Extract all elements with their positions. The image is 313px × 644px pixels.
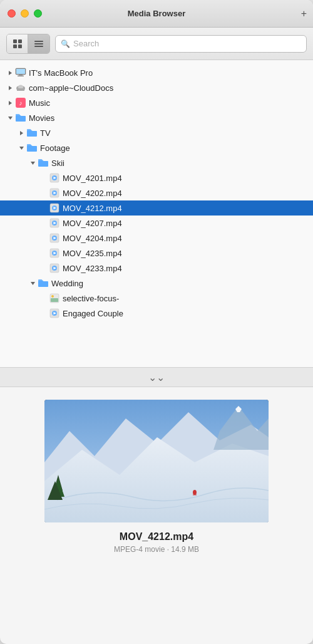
tree-item-mov4202[interactable]: MOV_4202.mp4 — [0, 185, 313, 200]
svg-point-58 — [193, 490, 197, 495]
expand-arrow[interactable] — [39, 218, 49, 228]
tree-item-mov4207[interactable]: MOV_4207.mp4 — [0, 216, 313, 231]
tree-item-engaged[interactable]: Engaged Couple — [0, 306, 313, 321]
folder-icon — [26, 143, 38, 153]
media-browser-window: Media Browser + 🔍 — [0, 0, 313, 644]
tree-item-label: Skii — [51, 158, 64, 168]
computer-icon — [15, 68, 26, 78]
tree-item-mov4233[interactable]: MOV_4233.mp4 — [0, 261, 313, 276]
expand-arrow[interactable] — [39, 233, 49, 243]
svg-rect-1 — [18, 39, 22, 43]
svg-rect-3 — [18, 44, 22, 48]
folder-icon — [15, 113, 26, 123]
maximize-button[interactable] — [34, 9, 42, 18]
file-tree[interactable]: IT's MacBook Procom~apple~CloudDocs♪Musi… — [0, 60, 313, 367]
svg-rect-2 — [13, 44, 17, 48]
expand-arrow[interactable] — [28, 278, 38, 288]
svg-rect-47 — [51, 298, 58, 302]
tree-item-footage[interactable]: Footage — [0, 140, 313, 155]
tree-item-label: Footage — [40, 143, 70, 153]
minimize-button[interactable] — [21, 9, 29, 18]
svg-rect-10 — [19, 75, 23, 76]
search-box: 🔍 — [55, 35, 307, 53]
svg-marker-20 — [8, 117, 13, 120]
expand-arrow[interactable] — [28, 158, 38, 168]
expand-arrow[interactable] — [39, 248, 49, 258]
expand-arrow[interactable] — [16, 128, 26, 138]
tree-item-mov4201[interactable]: MOV_4201.mp4 — [0, 170, 313, 185]
main-content: IT's MacBook Procom~apple~CloudDocs♪Musi… — [0, 60, 313, 644]
tree-item-macbook[interactable]: IT's MacBook Pro — [0, 65, 313, 80]
tree-item-label: MOV_4212.mp4 — [63, 204, 122, 213]
tree-item-clouddocs[interactable]: com~apple~CloudDocs — [0, 80, 313, 95]
tree-item-label: com~apple~CloudDocs — [29, 83, 113, 93]
video-file-icon — [49, 263, 60, 273]
tree-item-skii[interactable]: Skii — [0, 155, 313, 170]
video-file-icon — [49, 188, 60, 198]
folder-icon — [26, 128, 38, 138]
collapse-divider[interactable]: ⌄⌄ — [0, 367, 313, 387]
expand-arrow[interactable] — [5, 68, 15, 78]
search-icon: 🔍 — [61, 39, 70, 48]
grid-view-button[interactable] — [7, 34, 28, 53]
tree-item-label: Music — [29, 98, 50, 108]
tree-item-mov4212[interactable]: MOV_4212.mp4 — [0, 200, 313, 216]
tree-item-selective[interactable]: selective-focus- — [0, 291, 313, 306]
expand-arrow[interactable] — [5, 98, 15, 108]
preview-thumbnail — [44, 400, 269, 522]
folder-icon — [38, 278, 49, 288]
cloud-icon — [15, 83, 26, 93]
tree-item-movies[interactable]: Movies — [0, 110, 313, 125]
svg-marker-12 — [9, 86, 12, 90]
tree-item-mov4235[interactable]: MOV_4235.mp4 — [0, 246, 313, 261]
folder-icon — [38, 158, 49, 168]
search-input[interactable] — [73, 39, 301, 48]
expand-arrow[interactable] — [5, 83, 15, 93]
preview-area: MOV_4212.mp4 MPEG-4 movie · 14.9 MB — [0, 387, 313, 564]
tree-item-tv[interactable]: TV — [0, 125, 313, 140]
expand-arrow[interactable] — [39, 308, 49, 318]
svg-rect-5 — [34, 43, 43, 44]
tree-item-label: MOV_4202.mp4 — [63, 189, 122, 198]
grid-icon — [13, 39, 23, 49]
tree-item-label: MOV_4207.mp4 — [63, 219, 122, 228]
expand-arrow[interactable] — [39, 293, 49, 303]
window-title: Media Browser — [128, 9, 185, 18]
svg-point-48 — [51, 295, 54, 298]
tree-item-label: Movies — [29, 113, 54, 123]
tree-item-music[interactable]: ♪Music — [0, 95, 313, 110]
tree-item-label: TV — [40, 128, 51, 138]
video-file-icon — [49, 308, 60, 318]
expand-arrow[interactable] — [5, 113, 15, 123]
svg-rect-16 — [17, 88, 24, 91]
svg-marker-45 — [31, 282, 35, 285]
tree-item-label: Wedding — [51, 279, 83, 288]
close-button[interactable] — [8, 9, 16, 18]
svg-text:♪: ♪ — [19, 100, 23, 106]
list-view-button[interactable] — [28, 34, 49, 53]
expand-arrow[interactable] — [39, 173, 49, 183]
expand-arrow[interactable] — [39, 188, 49, 198]
tree-item-label: IT's MacBook Pro — [29, 68, 93, 78]
svg-marker-21 — [20, 131, 23, 135]
view-toggle-group — [6, 34, 50, 54]
image-file-icon — [49, 293, 60, 303]
svg-marker-23 — [31, 162, 35, 165]
expand-arrow[interactable] — [39, 203, 49, 213]
expand-arrow[interactable] — [39, 263, 49, 273]
video-file-icon — [49, 173, 60, 183]
svg-rect-4 — [34, 41, 43, 42]
preview-svg — [44, 400, 269, 522]
expand-icon[interactable]: + — [301, 8, 307, 19]
expand-arrow[interactable] — [16, 143, 26, 153]
tree-item-mov4204[interactable]: MOV_4204.mp4 — [0, 231, 313, 246]
preview-filename: MOV_4212.mp4 — [120, 531, 193, 543]
tree-item-label: MOV_4235.mp4 — [63, 249, 122, 258]
video-file-icon — [49, 218, 60, 228]
tree-item-label: Engaged Couple — [63, 309, 123, 318]
tree-item-label: selective-focus- — [63, 294, 119, 303]
tree-item-wedding[interactable]: Wedding — [0, 276, 313, 291]
traffic-lights — [8, 9, 42, 18]
svg-rect-9 — [16, 69, 25, 74]
tree-item-label: MOV_4201.mp4 — [63, 174, 122, 183]
